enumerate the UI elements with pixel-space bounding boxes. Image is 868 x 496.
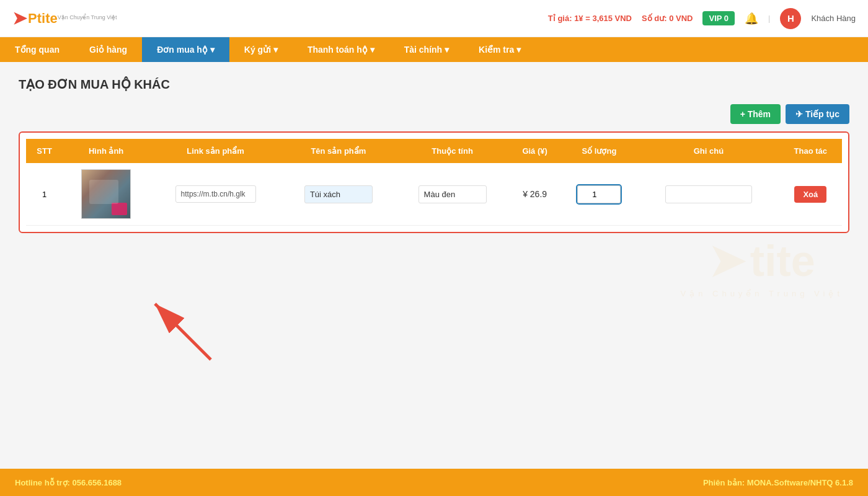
svg-line-1: [155, 304, 211, 360]
col-hinhanh: Hình ảnh: [63, 139, 149, 163]
cell-price: ¥ 26.9: [509, 163, 560, 226]
main-content: TẠO ĐƠN MUA HỘ KHÁC + Thêm ✈ Tiếp tục ST…: [0, 62, 868, 465]
vip-badge[interactable]: VIP 0: [702, 11, 735, 25]
product-image: [82, 170, 130, 218]
version-label: Phiên bản:: [703, 478, 745, 487]
footer-version: Phiên bản: MONA.Software/NHTQ 6.1.8: [703, 478, 853, 487]
nav-item-kiemtra[interactable]: Kiểm tra ▾: [464, 37, 536, 62]
cell-stt: 1: [26, 163, 63, 226]
logo-text: Ptite: [28, 11, 58, 27]
balance: Số dư: 0 VND: [642, 14, 693, 23]
cell-note[interactable]: [638, 163, 779, 226]
table-header-row: STT Hình ảnh Link sản phẩm Tên sản phẩm …: [26, 139, 842, 163]
qty-input[interactable]: [577, 185, 621, 203]
them-button[interactable]: + Thêm: [730, 104, 781, 124]
tieptuc-button[interactable]: ✈ Tiếp tục: [786, 104, 849, 124]
watermark: ➤ tite Vận Chuyển Trung Việt: [681, 236, 844, 298]
col-link: Link sản phẩm: [149, 139, 281, 163]
bell-icon[interactable]: 🔔: [745, 12, 758, 25]
nav-item-kygui[interactable]: Ký gửi ▾: [229, 37, 293, 62]
exchange-rate: Tỉ giá: 1¥ = 3,615 VND: [548, 14, 632, 23]
watermark-sub: Vận Chuyển Trung Việt: [681, 289, 844, 298]
cell-qty[interactable]: [560, 163, 638, 226]
logo-p: P: [28, 11, 37, 26]
footer-hotline: Hotline hỗ trợ: 056.656.1688: [15, 478, 122, 487]
product-image-box: [81, 169, 131, 219]
col-gia: Giá (¥): [509, 139, 560, 163]
col-soluong: Số lượng: [560, 139, 638, 163]
exchange-label: Tỉ giá:: [548, 14, 572, 23]
nav-item-taichinh[interactable]: Tài chính ▾: [389, 37, 464, 62]
link-input[interactable]: [175, 185, 256, 203]
hotline-value: 056.656.1688: [73, 478, 122, 487]
user-name: Khách Hàng: [811, 14, 856, 23]
logo-sub: Vận Chuyển Trung Việt: [58, 14, 117, 20]
product-table: STT Hình ảnh Link sản phẩm Tên sản phẩm …: [26, 139, 842, 226]
nav-item-giohang[interactable]: Giỏ hàng: [74, 37, 142, 62]
col-ghichu: Ghi chú: [638, 139, 779, 163]
divider: |: [768, 14, 770, 23]
name-input[interactable]: [304, 185, 373, 203]
arrow-annotation: [112, 291, 236, 366]
logo-tite: tite: [37, 11, 58, 26]
cell-attr[interactable]: [396, 163, 510, 226]
price-value: ¥ 26.9: [523, 189, 547, 199]
logo: ➤ Ptite Vận Chuyển Trung Việt: [12, 8, 117, 29]
cell-action[interactable]: Xoá: [779, 163, 842, 226]
balance-value: 0 VND: [669, 14, 693, 23]
arrow-svg: [112, 291, 236, 366]
cell-link[interactable]: [149, 163, 281, 226]
table-container: STT Hình ảnh Link sản phẩm Tên sản phẩm …: [19, 131, 849, 233]
nav-item-donmuaho[interactable]: Đơn mua hộ ▾: [142, 37, 229, 62]
version-value: MONA.Software/NHTQ 6.1.8: [747, 478, 853, 487]
page-title: TẠO ĐƠN MUA HỘ KHÁC: [19, 77, 849, 92]
cell-name[interactable]: [281, 163, 396, 226]
xoa-button[interactable]: Xoá: [794, 186, 826, 203]
attr-input[interactable]: [418, 185, 487, 203]
action-row: + Thêm ✈ Tiếp tục: [19, 104, 849, 124]
table-row: 1 ¥ 26.9: [26, 163, 842, 226]
footer: Hotline hỗ trợ: 056.656.1688 Phiên bản: …: [0, 469, 868, 496]
hotline-label: Hotline hỗ trợ:: [15, 478, 70, 487]
note-input[interactable]: [665, 185, 752, 203]
header-right: Tỉ giá: 1¥ = 3,615 VND Số dư: 0 VND VIP …: [548, 8, 856, 29]
avatar[interactable]: H: [780, 8, 801, 29]
balance-label: Số dư:: [642, 14, 667, 23]
col-ten: Tên sản phẩm: [281, 139, 396, 163]
logo-icon: ➤: [12, 8, 27, 29]
exchange-value: 1¥ = 3,615 VND: [574, 14, 632, 23]
header: ➤ Ptite Vận Chuyển Trung Việt Tỉ giá: 1¥…: [0, 0, 868, 37]
nav-item-tongquan[interactable]: Tổng quan: [0, 37, 74, 62]
col-stt: STT: [26, 139, 63, 163]
nav-item-thanhtoanho[interactable]: Thanh toán hộ ▾: [293, 37, 389, 62]
col-thaotac: Thao tác: [779, 139, 842, 163]
col-thuoctinh: Thuộc tính: [396, 139, 510, 163]
watermark-name: tite: [750, 236, 815, 286]
nav-bar: Tổng quan Giỏ hàng Đơn mua hộ ▾ Ký gửi ▾…: [0, 37, 868, 62]
cell-image: [63, 163, 149, 226]
